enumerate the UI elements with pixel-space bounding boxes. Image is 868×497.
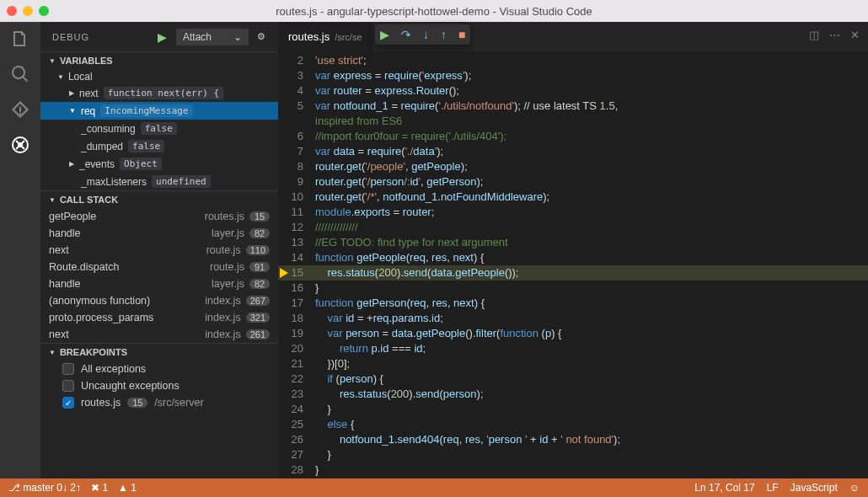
code-line[interactable]: 3var express = require('express');: [278, 68, 868, 83]
start-debug-icon[interactable]: ▶: [158, 30, 168, 44]
debug-header: DEBUG ▶ Attach⌄ ⚙: [40, 22, 278, 51]
variable-next[interactable]: next function next(err) {: [40, 84, 278, 102]
code-line[interactable]: 10router.get('/*', notfound_1.notFoundMi…: [278, 190, 868, 205]
code-line[interactable]: 27 }: [278, 447, 868, 462]
breakpoints-section: BREAKPOINTS All exceptionsUncaught excep…: [40, 343, 278, 411]
code-line[interactable]: 4var router = express.Router();: [278, 83, 868, 99]
errors-count[interactable]: ✖ 1: [91, 482, 108, 494]
debug-label: DEBUG: [52, 32, 89, 42]
code-line[interactable]: 18 var id = +req.params.id;: [278, 311, 868, 326]
code-line[interactable]: inspired from ES6: [278, 114, 868, 129]
close-window[interactable]: [7, 6, 17, 16]
code-line[interactable]: 24 }: [278, 402, 868, 417]
maximize-window[interactable]: [39, 6, 49, 16]
debug-icon[interactable]: [10, 135, 30, 155]
window-title: routes.js - angular-typescript-hottowel-…: [276, 5, 592, 18]
scope-local[interactable]: Local: [40, 69, 278, 84]
warnings-count[interactable]: ▲ 1: [118, 482, 137, 494]
code-line[interactable]: 23 res.status(200).send(person);: [278, 387, 868, 402]
step-out-icon[interactable]: ↑: [441, 28, 447, 41]
stack-frame[interactable]: handlelayer.js82: [40, 225, 278, 242]
git-branch[interactable]: ⎇ master 0↓ 2↑: [8, 482, 81, 494]
eol[interactable]: LF: [767, 482, 779, 494]
code-line[interactable]: 22 if (person) {: [278, 371, 868, 387]
svg-point-1: [18, 142, 23, 147]
search-icon[interactable]: [10, 64, 30, 84]
tab-routes[interactable]: routes.js /src/se: [278, 22, 372, 51]
debug-sidebar: DEBUG ▶ Attach⌄ ⚙ VARIABLES Local next f…: [40, 22, 278, 478]
stack-frame[interactable]: handlelayer.js82: [40, 275, 278, 292]
code-line[interactable]: 19 var person = data.getPeople().filter(…: [278, 326, 868, 341]
code-line[interactable]: 17function getPerson(req, res, next) {: [278, 296, 868, 311]
stack-frame[interactable]: proto.process_paramsindex.js321: [40, 309, 278, 326]
statusbar: ⎇ master 0↓ 2↑ ✖ 1 ▲ 1 Ln 17, Col 17 LF …: [0, 478, 868, 497]
code-line[interactable]: 16}: [278, 281, 868, 296]
editor-tabs: routes.js /src/se: [278, 22, 868, 51]
tab-name: routes.js: [288, 30, 330, 43]
code-line[interactable]: 2'use strict';: [278, 53, 868, 68]
breakpoint-item[interactable]: ✓routes.js 15 /src/server: [40, 394, 278, 411]
variables-header[interactable]: VARIABLES: [40, 52, 278, 69]
feedback-icon[interactable]: ☺: [849, 482, 860, 494]
code-line[interactable]: 20 return p.id === id;: [278, 341, 868, 356]
code-line[interactable]: 25 else {: [278, 417, 868, 432]
continue-icon[interactable]: ▶: [380, 28, 389, 41]
more-icon[interactable]: ⋯: [829, 29, 840, 41]
code-line[interactable]: 14function getPeople(req, res, next) {: [278, 250, 868, 265]
stack-frame[interactable]: (anonymous function)index.js267: [40, 292, 278, 309]
breakpoint-item[interactable]: All exceptions: [40, 361, 278, 377]
code-line[interactable]: 12//////////////: [278, 220, 868, 235]
variable-_dumped[interactable]: _dumped false: [40, 137, 278, 155]
stack-frame[interactable]: getPeopleroutes.js15: [40, 208, 278, 225]
editor-actions: ◫ ⋯ ✕: [809, 29, 860, 41]
activity-bar: [0, 22, 40, 478]
window-controls: [7, 6, 49, 16]
stop-icon[interactable]: ■: [458, 28, 465, 41]
variable-req[interactable]: req IncomingMessage: [40, 102, 278, 120]
callstack-header[interactable]: CALL STACK: [40, 191, 278, 208]
debug-toolbar: ▶ ↷ ↓ ↑ ■: [375, 24, 470, 45]
stack-frame[interactable]: Route.dispatchroute.js91: [40, 259, 278, 275]
code-line[interactable]: 13//EG TODO: find type for next argument: [278, 235, 868, 250]
gear-icon[interactable]: ⚙: [257, 31, 266, 42]
titlebar: routes.js - angular-typescript-hottowel-…: [0, 0, 868, 22]
code-area[interactable]: 2'use strict';3var express = require('ex…: [278, 51, 868, 478]
variables-section: VARIABLES Local next function next(err) …: [40, 51, 278, 190]
tab-path: /src/se: [335, 32, 362, 42]
cursor-position[interactable]: Ln 17, Col 17: [694, 482, 754, 494]
language-mode[interactable]: JavaScript: [790, 482, 838, 494]
explorer-icon[interactable]: [10, 29, 30, 49]
code-line[interactable]: 7var data = require('./data');: [278, 144, 868, 159]
code-line[interactable]: 11module.exports = router;: [278, 205, 868, 220]
stack-frame[interactable]: nextindex.js261: [40, 326, 278, 343]
split-editor-icon[interactable]: ◫: [809, 29, 819, 41]
variable-_maxListeners[interactable]: _maxListeners undefined: [40, 173, 278, 190]
variable-_consuming[interactable]: _consuming false: [40, 120, 278, 137]
callstack-section: CALL STACK getPeopleroutes.js15handlelay…: [40, 190, 278, 343]
editor-area: routes.js /src/se ▶ ↷ ↓ ↑ ■ ◫ ⋯ ✕ 2'use …: [278, 22, 868, 478]
stack-frame[interactable]: nextroute.js110: [40, 242, 278, 259]
step-over-icon[interactable]: ↷: [401, 28, 411, 41]
code-line[interactable]: 26 notfound_1.send404(req, res, 'person …: [278, 432, 868, 447]
minimize-window[interactable]: [23, 6, 33, 16]
code-line[interactable]: 9router.get('/person/:id', getPerson);: [278, 174, 868, 190]
code-line[interactable]: 28}: [278, 462, 868, 478]
step-into-icon[interactable]: ↓: [423, 28, 429, 41]
breakpoint-item[interactable]: Uncaught exceptions: [40, 377, 278, 394]
close-editor-icon[interactable]: ✕: [850, 29, 860, 41]
debug-config-select[interactable]: Attach⌄: [176, 29, 249, 45]
breakpoints-header[interactable]: BREAKPOINTS: [40, 344, 278, 361]
variable-_events[interactable]: _events Object: [40, 155, 278, 173]
code-line[interactable]: 21 })[0];: [278, 356, 868, 371]
code-line[interactable]: 8router.get('/people', getPeople);: [278, 159, 868, 174]
code-line[interactable]: 5var notfound_1 = require('./utils/notfo…: [278, 99, 868, 114]
code-line[interactable]: 6//import four0four = require('./utils/4…: [278, 129, 868, 144]
git-icon[interactable]: [10, 99, 30, 120]
code-line[interactable]: 15 res.status(200).send(data.getPeople()…: [278, 265, 868, 281]
